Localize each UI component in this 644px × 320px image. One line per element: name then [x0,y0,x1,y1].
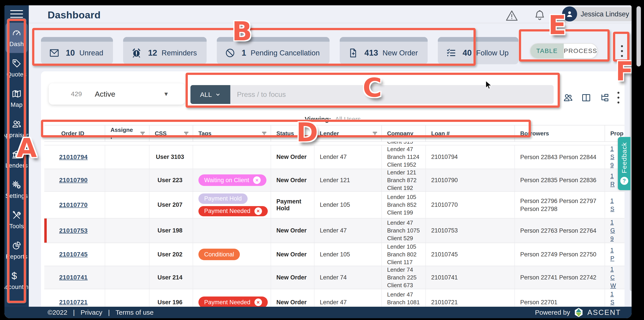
table-row[interactable]: 21010745 User 202 Conditional New Order … [44,243,624,266]
reminders-chip[interactable]: 12 Reminders [123,37,206,64]
order-id-link[interactable]: 21010770 [59,201,88,208]
search-scope-dropdown[interactable]: ALL [190,85,230,104]
table-row[interactable]: 21010721 User 196 Payment Needed✕ New Or… [44,289,624,307]
privacy-link[interactable]: Privacy [80,309,102,316]
property-link[interactable]: P [610,254,614,263]
property-cell: 1S2 [605,289,624,307]
tag-pill[interactable]: Payment Hold [198,193,248,204]
pie-chart-icon [12,240,22,251]
users-icon[interactable] [563,93,573,103]
hamburger-menu-icon[interactable] [4,5,29,23]
property-link[interactable]: 1 [610,197,614,205]
user-menu[interactable]: Jessica Lindsey [562,7,632,21]
feedback-tab[interactable]: Feedback ? [618,137,630,190]
column-header-tags[interactable]: Tags [193,125,271,141]
sidebar-item-map[interactable]: Map [4,83,29,114]
viewing-label: Viewing: [305,116,331,123]
borrowers-cell: Person 22741 Person 22742 [515,266,605,289]
order-id-link[interactable]: 21010753 [59,227,88,234]
column-header-lender[interactable]: Lender [314,125,382,141]
header-kebab-menu-icon[interactable] [621,45,623,57]
table-row[interactable]: 21010770 User 207 Payment HoldPayment Ne… [44,192,624,218]
property-link[interactable]: G [610,226,615,235]
follow-up-chip[interactable]: 40 Follow Up [438,37,518,64]
property-link[interactable]: C [610,273,615,282]
filter-icon[interactable] [140,131,146,136]
tab-process[interactable]: PROCESS [564,44,597,58]
status-filter-dropdown[interactable]: 429 Active ▼ [49,83,185,105]
filter-icon[interactable] [183,131,189,136]
table-row[interactable]: 21010753 User 198 New Order Lender 47 Le… [44,218,624,243]
table-kebab-menu-icon[interactable] [618,92,620,104]
tag-pill[interactable]: Payment Needed✕ [198,206,268,216]
new-order-chip[interactable]: 413 New Order [340,37,428,64]
property-link[interactable]: 1 [610,290,614,298]
sidebar-item-reports[interactable]: Reports [4,235,29,265]
filter-icon[interactable] [261,131,267,136]
sidebar-item-dash[interactable]: Dash [6,23,28,53]
property-link[interactable]: S [610,298,614,306]
sidebar-item-tools[interactable]: Tools [4,205,29,235]
assigner-cell [105,243,150,266]
chip-count: 413 [364,48,378,58]
window-scrollbar[interactable] [636,6,641,67]
column-header-borrowers[interactable]: Borrowers [515,125,605,141]
tab-table[interactable]: TABLE [530,44,564,58]
property-link[interactable]: 1 [610,266,614,273]
sidebar-item-lenders[interactable]: Lenders [4,144,29,174]
table-row[interactable]: 21010741 User 214 New Order Lender 74 Le… [44,266,624,289]
sidebar-item-appraisers[interactable]: Appraisers [4,114,29,144]
dismiss-tag-icon[interactable]: ✕ [253,176,261,184]
sidebar-item-settings[interactable]: Settings [4,174,29,205]
order-id-link[interactable]: 21010790 [59,177,88,184]
table-row[interactable]: 21010794 User 3103 New Order Lender 47 L… [44,145,624,169]
tree-view-icon[interactable] [599,93,610,103]
dismiss-tag-icon[interactable]: ✕ [254,298,262,306]
footer: ©2022 | Privacy | Terms of use Powered b… [4,307,632,318]
tag-pill[interactable]: Conditional [198,249,240,260]
sidebar-item-quotes[interactable]: Quotes [4,53,29,83]
company-cell: Lender 47Branch 1075Client 529 [382,218,426,243]
tag-pill[interactable]: Payment Needed✕ [198,296,268,307]
property-link[interactable]: 1 [610,145,614,153]
column-header-css[interactable]: CSS [150,125,193,141]
terms-link[interactable]: Terms of use [116,309,154,316]
property-link[interactable]: R [610,180,615,188]
property-link[interactable]: 1 [610,218,614,226]
column-header-order-id[interactable]: Order ID [44,125,105,141]
property-link[interactable]: 9 [610,235,614,243]
column-header-assigner[interactable]: Assigner [105,125,150,141]
pending-cancellation-chip[interactable]: 1 Pending Cancellation [217,37,329,64]
borrowers-cell: Person 22796 Person 22797 Person 22798 [515,192,605,218]
bell-icon[interactable] [533,9,546,22]
company-cell: Lender 74Branch 225Client 673 [382,266,426,289]
order-id-link[interactable]: 21010741 [59,274,88,281]
chip-count: 12 [148,48,157,58]
company-cell: Lender 47Branch 1081Client 500 [382,289,426,307]
sidebar-item-accounting[interactable]: $ Accounting [4,265,29,296]
column-header-company[interactable]: Company [382,125,426,141]
filter-icon[interactable] [372,131,378,136]
sidebar-item-label: Accounting [4,284,29,290]
tag-pill[interactable]: Waiting on Client✕ [198,174,266,186]
loan-cell: 21010753 [426,218,515,243]
order-id-link[interactable]: 21010794 [59,154,88,161]
search-input[interactable] [230,90,554,99]
warning-icon[interactable] [505,9,518,22]
unread-chip[interactable]: 10 Unread [41,37,113,64]
property-link[interactable]: 9 [610,161,614,169]
column-header-status[interactable]: Status [271,125,314,141]
property-link[interactable]: W [610,282,616,289]
active-count: 429 [71,90,82,98]
columns-icon[interactable] [581,93,591,103]
property-link[interactable]: 1 [610,246,614,254]
property-link[interactable]: S [610,153,614,161]
property-link[interactable]: 1 [610,172,614,180]
dismiss-tag-icon[interactable]: ✕ [254,207,262,215]
order-id-link[interactable]: 21010745 [59,251,88,258]
table-row[interactable]: 21010790 User 223 Waiting on Client✕ New… [44,169,624,192]
column-header-loan[interactable]: Loan # [426,125,515,141]
property-link[interactable]: S [610,205,614,213]
copyright-text: ©2022 [48,309,67,316]
order-id-link[interactable]: 21010721 [59,299,88,306]
